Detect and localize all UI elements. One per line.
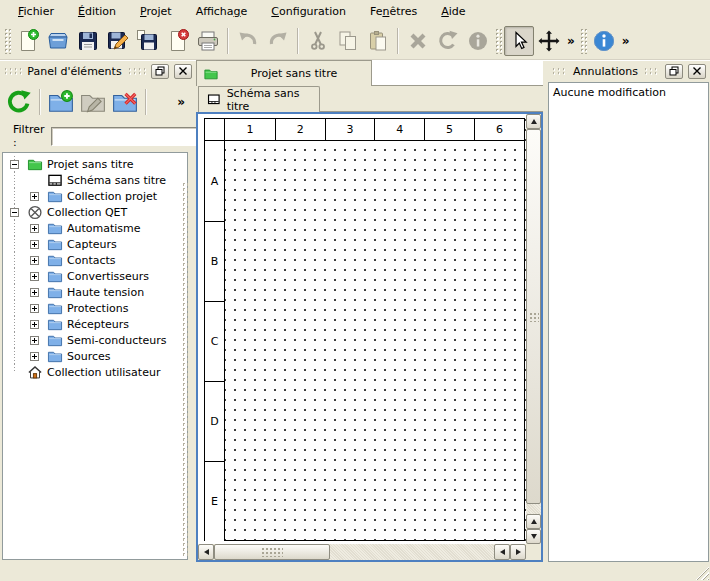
menu-fichier[interactable]: Fichier xyxy=(8,2,64,21)
tree-item-label: Collection QET xyxy=(44,206,127,219)
dock-float-button[interactable] xyxy=(151,64,169,79)
close-document-button[interactable] xyxy=(163,26,193,56)
tree-item-protections[interactable]: Protections xyxy=(5,300,187,316)
pointer-icon xyxy=(507,29,531,53)
horizontal-scroll-thumb[interactable] xyxy=(214,544,330,560)
save-all-button[interactable] xyxy=(133,26,163,56)
element-info-button[interactable] xyxy=(463,26,493,56)
tree-expander-expand[interactable] xyxy=(30,224,39,233)
tree-item-haute-tension[interactable]: Haute tension xyxy=(5,284,187,300)
pointer-select-button[interactable] xyxy=(504,26,534,56)
save-as-button[interactable] xyxy=(103,26,133,56)
cut-button[interactable] xyxy=(303,26,333,56)
menu-fenetres[interactable]: Fenêtres xyxy=(360,2,427,21)
panel-overflow-chevron[interactable]: » xyxy=(174,95,188,109)
dock-close-button[interactable] xyxy=(688,64,706,79)
diagram-tab-bar-rest xyxy=(320,86,543,112)
folder-icon xyxy=(45,268,64,284)
arrow-up-icon xyxy=(531,119,537,124)
tree-expander-expand[interactable] xyxy=(30,272,39,281)
menu-affichage[interactable]: Affichage xyxy=(186,2,258,21)
tree-expander-collapse[interactable] xyxy=(10,208,19,217)
row-header: D xyxy=(205,381,225,461)
tree-expander-expand[interactable] xyxy=(30,288,39,297)
tree-item-schema[interactable]: Schéma sans titre xyxy=(5,172,187,188)
tree-item-sources[interactable]: Sources xyxy=(5,348,187,364)
dock-close-button[interactable] xyxy=(174,64,192,79)
delete-category-button[interactable] xyxy=(109,85,141,119)
filter-input[interactable] xyxy=(51,127,204,146)
horizontal-scroll-track[interactable] xyxy=(330,544,494,560)
about-info-button[interactable] xyxy=(589,26,619,56)
paste-button[interactable] xyxy=(363,26,393,56)
tree-item-contacts[interactable]: Contacts xyxy=(5,252,187,268)
elements-panel-titlebar[interactable]: Panel d'éléments xyxy=(0,62,195,80)
menu-projet[interactable]: Projet xyxy=(130,2,182,21)
tree-expander-expand[interactable] xyxy=(30,320,39,329)
undo-button[interactable] xyxy=(233,26,263,56)
tree-item-automatisme[interactable]: Automatisme xyxy=(5,220,187,236)
new-category-button[interactable] xyxy=(45,85,77,119)
toolbar-overflow-chevron[interactable]: » xyxy=(564,34,578,48)
toolbar-drag-handle[interactable] xyxy=(4,28,11,54)
tree-item-collection-qet[interactable]: Collection QET xyxy=(5,204,187,220)
toolbar-drag-handle[interactable] xyxy=(495,28,502,54)
undo-icon xyxy=(236,29,260,53)
scroll-up-button[interactable] xyxy=(526,514,541,529)
close-icon xyxy=(692,66,702,76)
tab-schema-sans-titre[interactable]: Schéma sans titre xyxy=(198,86,320,112)
tree-expander-collapse[interactable] xyxy=(10,160,19,169)
delete-button[interactable] xyxy=(403,26,433,56)
tree-expander-expand[interactable] xyxy=(30,256,39,265)
move-view-button[interactable] xyxy=(534,26,564,56)
window-size-grip[interactable] xyxy=(695,566,709,580)
new-document-button[interactable] xyxy=(13,26,43,56)
horizontal-scrollbar[interactable] xyxy=(198,544,526,560)
tree-item-convertisseurs[interactable]: Convertisseurs xyxy=(5,268,187,284)
rotate-button[interactable] xyxy=(433,26,463,56)
edit-category-button[interactable] xyxy=(77,85,109,119)
scroll-left-button[interactable] xyxy=(494,544,510,560)
menu-configuration[interactable]: Configuration xyxy=(261,2,356,21)
tab-projet-sans-titre[interactable]: Projet sans titre xyxy=(196,60,372,86)
tree-expander-expand[interactable] xyxy=(30,352,39,361)
undo-panel-titlebar[interactable]: Annulations xyxy=(548,62,709,80)
tree-item-semi-conducteurs[interactable]: Semi-conducteurs xyxy=(5,332,187,348)
toolbar-overflow-chevron[interactable]: » xyxy=(619,34,633,48)
tree-item-projet[interactable]: Projet sans titre xyxy=(5,156,187,172)
undo-history-list[interactable]: Aucune modification xyxy=(548,82,709,562)
open-project-button[interactable] xyxy=(43,26,73,56)
row-header: E xyxy=(205,461,225,541)
undo-list-item[interactable]: Aucune modification xyxy=(551,84,706,101)
tree-expander-expand[interactable] xyxy=(30,240,39,249)
panel-splitter-handle[interactable] xyxy=(182,182,188,556)
scroll-up-button[interactable] xyxy=(526,114,541,129)
toolbar-drag-handle[interactable] xyxy=(580,28,587,54)
save-button[interactable] xyxy=(73,26,103,56)
tree-item-collection-projet[interactable]: Collection projet xyxy=(5,188,187,204)
scroll-right-button[interactable] xyxy=(510,544,526,560)
tree-item-capteurs[interactable]: Capteurs xyxy=(5,236,187,252)
print-button[interactable] xyxy=(193,26,223,56)
tree-expander-expand[interactable] xyxy=(30,336,39,345)
redo-button[interactable] xyxy=(263,26,293,56)
vertical-scroll-thumb[interactable] xyxy=(526,129,541,504)
elements-tree[interactable]: Projet sans titre Schéma sans titre xyxy=(2,152,188,560)
vertical-scrollbar[interactable] xyxy=(526,114,541,544)
menu-aide[interactable]: Aide xyxy=(431,2,475,21)
reload-collections-button[interactable] xyxy=(3,85,35,119)
tree-expander-expand[interactable] xyxy=(30,192,39,201)
scroll-left-button[interactable] xyxy=(198,544,214,560)
diagram-icon xyxy=(45,172,64,188)
tree-item-label: Projet sans titre xyxy=(44,158,134,171)
save-all-icon xyxy=(136,29,160,53)
tree-item-collection-utilisateur[interactable]: Collection utilisateur xyxy=(5,364,187,380)
copy-button[interactable] xyxy=(333,26,363,56)
dock-float-button[interactable] xyxy=(665,64,683,79)
tree-expander-expand[interactable] xyxy=(30,304,39,313)
scroll-down-button[interactable] xyxy=(526,529,541,544)
menu-edition[interactable]: Édition xyxy=(68,2,126,21)
vertical-scroll-track[interactable] xyxy=(526,504,541,514)
tree-item-recepteurs[interactable]: Récepteurs xyxy=(5,316,187,332)
diagram-canvas[interactable]: 1 2 3 4 5 6 A B C D E xyxy=(198,114,526,544)
